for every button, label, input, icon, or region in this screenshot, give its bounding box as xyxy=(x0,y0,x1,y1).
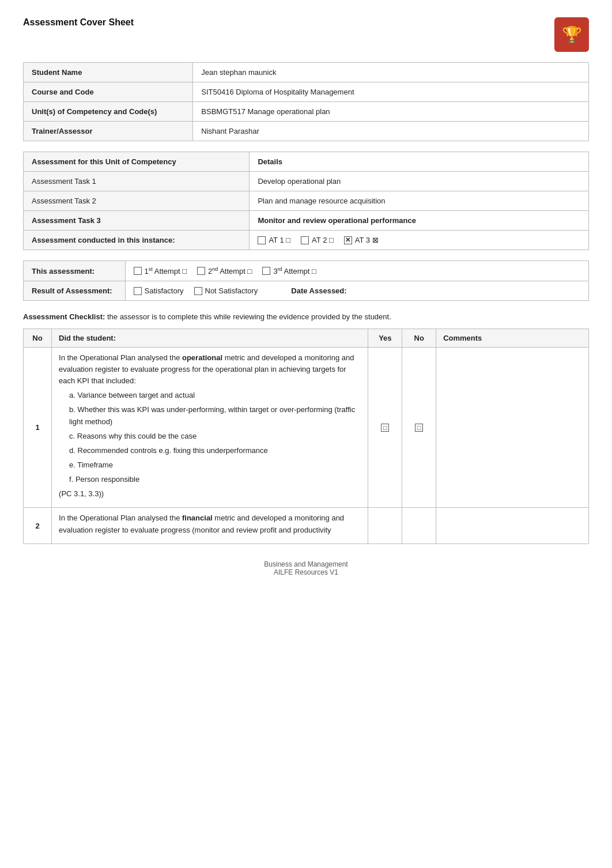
col-no-header2: No xyxy=(402,329,436,347)
logo-icon: 🏆 xyxy=(554,17,589,52)
instance-checkbox-label: AT 3 ⊠ xyxy=(355,236,379,244)
student-info-label: Unit(s) of Competency and Code(s) xyxy=(24,102,193,122)
attempt-checkbox[interactable] xyxy=(197,267,205,275)
student-info-label: Trainer/Assessor xyxy=(24,122,193,141)
col-did-header: Did the student: xyxy=(52,329,368,347)
instance-checkbox-item[interactable]: ✕AT 3 ⊠ xyxy=(344,236,379,244)
this-assessment-label: This assessment: xyxy=(24,261,126,281)
checklist-yes-cell[interactable]: □ xyxy=(368,347,402,508)
comp-task-row: Assessment Task 2Plan and manage resourc… xyxy=(24,191,589,211)
checklist-item-content: In the Operational Plan analysed the ope… xyxy=(52,347,368,508)
comp-task-row: Assessment Task 3Monitor and review oper… xyxy=(24,211,589,231)
checklist-row: 1In the Operational Plan analysed the op… xyxy=(24,347,589,508)
student-info-value: BSBMGT517 Manage operational plan xyxy=(193,102,589,122)
not-satisfactory-option[interactable]: Not Satisfactory xyxy=(194,286,258,295)
student-info-row: Trainer/AssessorNishant Parashar xyxy=(24,122,589,141)
checklist-row: 2In the Operational Plan analysed the fi… xyxy=(24,508,589,544)
comp-task-label: Assessment Task 1 xyxy=(24,172,250,191)
checklist-item-no: 1 xyxy=(24,347,52,508)
col-no-header: No xyxy=(24,329,52,347)
student-info-row: Unit(s) of Competency and Code(s)BSBMGT5… xyxy=(24,102,589,122)
comp-col2-header: Details xyxy=(250,152,589,172)
attempt-label: 2nd Attempt □ xyxy=(208,266,252,276)
student-info-row: Course and CodeSIT50416 Diploma of Hospi… xyxy=(24,82,589,102)
checklist-no-cell[interactable] xyxy=(402,508,436,544)
comp-col1-header: Assessment for this Unit of Competency xyxy=(24,152,250,172)
attempt-checkbox-item[interactable]: 2nd Attempt □ xyxy=(197,266,252,276)
not-satisfactory-checkbox[interactable] xyxy=(194,287,202,295)
student-info-row: Student NameJean stephan maunick xyxy=(24,63,589,82)
page-footer: Business and Management AILFE Resources … xyxy=(23,560,589,576)
comp-task-detail: Develop operational plan xyxy=(250,172,589,191)
checklist-item-content: In the Operational Plan analysed the fin… xyxy=(52,508,368,544)
satisfactory-checkbox[interactable] xyxy=(134,287,142,295)
attempt-label: 1st Attempt □ xyxy=(145,266,187,276)
attempt-checkboxes: 1st Attempt □2nd Attempt □3rd Attempt □ xyxy=(125,261,588,281)
competency-table: Assessment for this Unit of Competency D… xyxy=(23,152,589,250)
attempt-label: 3rd Attempt □ xyxy=(273,266,316,276)
checklist-table: No Did the student: Yes No Comments 1In … xyxy=(23,329,589,544)
attempt-table: This assessment: 1st Attempt □2nd Attemp… xyxy=(23,261,589,301)
date-assessed-label: Date Assessed: xyxy=(291,286,346,295)
instance-checkboxes: AT 1 □AT 2 □✕AT 3 ⊠ xyxy=(250,231,589,250)
student-info-label: Course and Code xyxy=(24,82,193,102)
comp-task-row: Assessment Task 1Develop operational pla… xyxy=(24,172,589,191)
col-yes-header: Yes xyxy=(368,329,402,347)
footer-line1: Business and Management xyxy=(23,560,589,568)
checklist-comments-cell xyxy=(436,508,589,544)
comp-task-detail: Plan and manage resource acquisition xyxy=(250,191,589,211)
instance-checkbox[interactable] xyxy=(258,236,266,244)
attempt-checkbox[interactable] xyxy=(262,267,270,275)
checklist-comments-cell xyxy=(436,347,589,508)
student-info-value: Jean stephan maunick xyxy=(193,63,589,82)
attempt-checkbox[interactable] xyxy=(134,267,142,275)
checklist-no-cell[interactable]: □ xyxy=(402,347,436,508)
student-info-table: Student NameJean stephan maunickCourse a… xyxy=(23,62,589,141)
footer-line2: AILFE Resources V1 xyxy=(23,568,589,576)
col-comments-header: Comments xyxy=(436,329,589,347)
not-satisfactory-label: Not Satisfactory xyxy=(205,286,258,295)
student-info-label: Student Name xyxy=(24,63,193,82)
page-title: Assessment Cover Sheet xyxy=(23,17,134,28)
result-label: Result of Assessment: xyxy=(24,281,126,301)
instance-row: Assessment conducted in this instance: A… xyxy=(24,231,589,250)
no-checkbox[interactable]: □ xyxy=(415,424,423,432)
attempt-checkbox-item[interactable]: 1st Attempt □ xyxy=(134,266,187,276)
instance-checkbox[interactable] xyxy=(301,236,309,244)
comp-task-label: Assessment Task 3 xyxy=(24,211,250,231)
attempt-checkbox-item[interactable]: 3rd Attempt □ xyxy=(262,266,316,276)
page-header: Assessment Cover Sheet 🏆 xyxy=(23,17,589,52)
satisfactory-label: Satisfactory xyxy=(145,286,184,295)
comp-task-detail: Monitor and review operational performan… xyxy=(250,211,589,231)
student-info-value: SIT50416 Diploma of Hospitality Manageme… xyxy=(193,82,589,102)
comp-task-label: Assessment Task 2 xyxy=(24,191,250,211)
satisfactory-option[interactable]: Satisfactory xyxy=(134,286,184,295)
instance-checkbox-label: AT 1 □ xyxy=(269,236,290,244)
student-info-value: Nishant Parashar xyxy=(193,122,589,141)
instance-checkbox-item[interactable]: AT 2 □ xyxy=(301,236,334,244)
checklist-intro-text: the assessor is to complete this while r… xyxy=(105,312,391,321)
instance-checkbox-label: AT 2 □ xyxy=(312,236,334,244)
instance-checkbox[interactable]: ✕ xyxy=(344,236,352,244)
date-assessed-item: Date Assessed: xyxy=(291,286,346,295)
checklist-item-no: 2 xyxy=(24,508,52,544)
instance-label: Assessment conducted in this instance: xyxy=(24,231,250,250)
checklist-intro: Assessment Checklist: the assessor is to… xyxy=(23,311,589,323)
result-options: Satisfactory Not Satisfactory Date Asses… xyxy=(125,281,588,301)
yes-checkbox[interactable]: □ xyxy=(381,424,389,432)
instance-checkbox-item[interactable]: AT 1 □ xyxy=(258,236,290,244)
checklist-intro-bold: Assessment Checklist: xyxy=(23,312,105,321)
checklist-yes-cell[interactable] xyxy=(368,508,402,544)
